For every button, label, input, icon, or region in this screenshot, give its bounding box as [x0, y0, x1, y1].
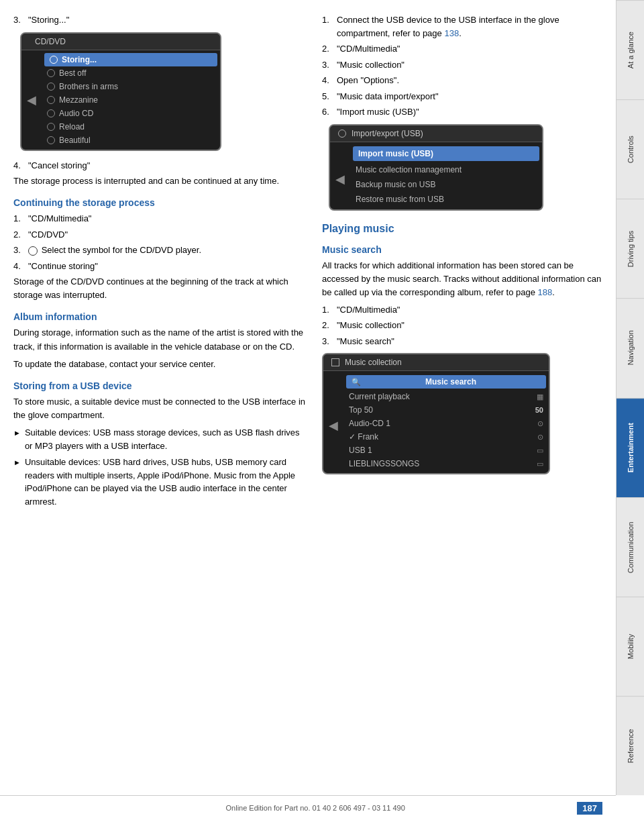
storing-list: Storing... Best off Brothers in arms [42, 50, 220, 150]
sidebar-tab-entertainment[interactable]: Entertainment [616, 398, 644, 497]
music-row-2: Current playback ▦ [343, 390, 549, 403]
music-row-5: ✓ Frank ⊙ [343, 430, 549, 444]
page-footer: Online Edition for Part no. 01 40 2 606 … [0, 795, 616, 820]
bullet-2: ► Unsuitable devices: USB hard drives, U… [13, 456, 309, 508]
album-heading: Album information [13, 311, 309, 322]
right-step-1-num: 1. [322, 13, 334, 40]
storing-title-text: CD/DVD [35, 37, 66, 46]
step-3-num: 3. [13, 13, 25, 27]
cont-step-2-text: "CD/DVD" [28, 228, 68, 242]
music-search-body: All tracks for which additional informat… [322, 259, 602, 299]
music-row-6: USB 1 ▭ [343, 444, 549, 457]
music-step-1-num: 1. [322, 303, 334, 317]
storing-row-1: Storing... [44, 53, 217, 66]
music-step-3-num: 3. [322, 335, 334, 348]
right-step-5: 5. "Music data import/export" [322, 90, 602, 103]
cont-step-1-num: 1. [13, 212, 25, 225]
bullet-2-text: Unsuitable devices: USB hard drives, USB… [25, 456, 309, 508]
right-step-5-text: "Music data import/export" [337, 90, 439, 103]
storing-row-2: Best off [42, 66, 220, 80]
usb-body: To store music, a suitable device must b… [13, 395, 309, 422]
cont-step-4-num: 4. [13, 260, 25, 273]
storing-title-bar: CD/DVD [21, 34, 220, 50]
import-row-3: Backup music on USB [350, 177, 542, 192]
cont-step-4: 4. "Continue storing" [13, 260, 309, 273]
right-step-4-text: Open "Options". [337, 74, 399, 87]
cont-step-1-text: "CD/Multimedia" [28, 212, 91, 225]
right-step-2: 2. "CD/Multimedia" [322, 42, 602, 56]
music-step-3: 3. "Music search" [322, 335, 602, 348]
page-link-188: 188 [538, 287, 553, 297]
sidebar-tab-at-a-glance[interactable]: At a glance [616, 0, 644, 99]
right-step-2-num: 2. [322, 42, 334, 56]
music-step-3-text: "Music search" [337, 335, 394, 348]
music-step-2: 2. "Music collection" [322, 319, 602, 332]
right-step-6-num: 6. [322, 105, 334, 119]
right-step-2-text: "CD/Multimedia" [337, 42, 400, 56]
step-4-num: 4. [13, 159, 25, 172]
music-row-1: 🔍 Music search [346, 375, 546, 389]
storing-row-3: Brothers in arms [42, 80, 220, 93]
import-title-bar: Import/export (USB) [330, 125, 542, 142]
right-step-1-text: Connect the USB device to the USB interf… [337, 13, 602, 40]
step-3: 3. "Storing..." [13, 13, 309, 27]
cont-step-4-text: "Continue storing" [28, 260, 98, 273]
sidebar-tab-mobility[interactable]: Mobility [616, 597, 644, 696]
cont-step-2: 2. "CD/DVD" [13, 228, 309, 242]
cancel-body: The storage process is interrupted and c… [13, 174, 309, 188]
bullet-arrow-1: ► [13, 427, 21, 452]
import-title-text: Import/export (USB) [352, 129, 423, 138]
sidebar-tab-navigation[interactable]: Navigation [616, 298, 644, 397]
music-step-2-num: 2. [322, 319, 334, 332]
import-left-arrow: ◀ [330, 142, 350, 209]
music-step-1-text: "CD/Multimedia" [337, 303, 400, 317]
cont-step-3-text: Select the symbol for the CD/DVD player. [28, 244, 201, 257]
music-title-bar: Music collection [323, 354, 549, 371]
music-left-arrow: ◀ [323, 371, 343, 473]
storing-left-arrow: ◀ [21, 50, 42, 150]
storing-row-7: Beautiful [42, 134, 220, 147]
step-4: 4. "Cancel storing" [13, 159, 309, 172]
sidebar: At a glance Controls Driving tips Naviga… [616, 0, 644, 795]
import-row-2: Music collection management [350, 162, 542, 177]
bullet-1: ► Suitable devices: USB mass storage dev… [13, 426, 309, 452]
cont-step-1: 1. "CD/Multimedia" [13, 212, 309, 225]
storing-row-4: Mezzanine [42, 93, 220, 107]
cont-step-3: 3. Select the symbol for the CD/DVD play… [13, 244, 309, 257]
right-step-3: 3. "Music collection" [322, 58, 602, 72]
album-body-2: To update the database, contact your ser… [13, 358, 309, 371]
right-step-3-text: "Music collection" [337, 58, 405, 72]
music-row-4: Audio-CD 1 ⊙ [343, 417, 549, 430]
step-4-text: "Cancel storing" [28, 159, 90, 172]
right-step-6: 6. "Import music (USB)" [322, 105, 602, 119]
page-number: 187 [577, 802, 602, 815]
storing-row-6: Reload [42, 120, 220, 134]
cont-step-2-num: 2. [13, 228, 25, 242]
sidebar-tab-reference[interactable]: Reference [616, 696, 644, 795]
right-step-3-num: 3. [322, 58, 334, 72]
album-body-1: During storage, information such as the … [13, 326, 309, 353]
sidebar-tab-controls[interactable]: Controls [616, 99, 644, 199]
import-row-1: Import music (USB) [353, 146, 539, 161]
left-column: 3. "Storing..." CD/DVD ◀ Storing... [13, 13, 309, 807]
continuing-heading: Continuing the storage process [13, 197, 309, 208]
music-list: 🔍 Music search Current playback ▦ Top 50… [343, 371, 549, 473]
footer-text: Online Edition for Part no. 01 40 2 606 … [226, 804, 405, 812]
music-row-7: LIEBLINGSSONGS ▭ [343, 457, 549, 470]
music-step-2-text: "Music collection" [337, 319, 405, 332]
right-step-5-num: 5. [322, 90, 334, 103]
sidebar-tab-driving-tips[interactable]: Driving tips [616, 199, 644, 298]
import-row-4: Restore music from USB [350, 192, 542, 207]
music-screenshot: Music collection ◀ 🔍 Music search Curren… [322, 353, 550, 474]
music-search-heading: Music search [322, 244, 602, 255]
music-search-icon: 🔍 [352, 378, 361, 387]
import-list: Import music (USB) Music collection mana… [350, 142, 542, 209]
playing-music-heading: Playing music [322, 223, 602, 235]
continuing-body: Storage of the CD/DVD continues at the b… [13, 275, 309, 302]
cont-step-3-num: 3. [13, 244, 25, 257]
usb-heading: Storing from a USB device [13, 380, 309, 391]
sidebar-tab-communication[interactable]: Communication [616, 497, 644, 597]
storing-row-5: Audio CD [42, 107, 220, 120]
bullet-arrow-2: ► [13, 457, 21, 508]
bullet-1-text: Suitable devices: USB mass storage devic… [25, 426, 309, 452]
